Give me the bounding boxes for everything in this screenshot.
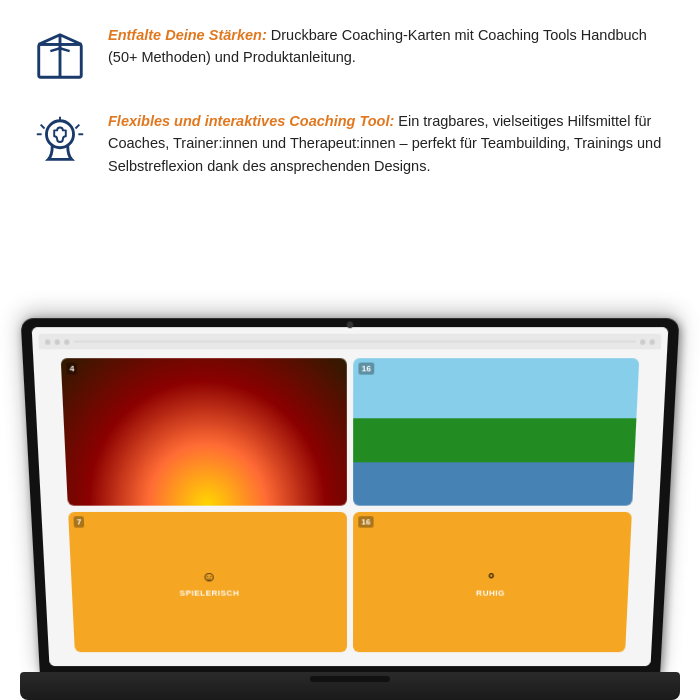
screen-toolbar [38, 334, 661, 350]
puzzle-head-icon [31, 113, 89, 171]
feature-block-2: Flexibles und interaktives Coaching Tool… [28, 110, 672, 177]
toolbar-line [74, 340, 636, 342]
card-spielerisch-emoji: ☺ [202, 568, 217, 584]
feature-text-1: Entfalte Deine Stärken: Druckbare Coachi… [108, 24, 672, 69]
toolbar-dot-4 [640, 339, 646, 345]
svg-point-5 [46, 121, 73, 148]
card-fire: 4 [61, 358, 347, 506]
card-fire-number: 4 [66, 363, 78, 375]
card-nature-number: 16 [358, 363, 374, 375]
feature-block-1: Entfalte Deine Stärken: Druckbare Coachi… [28, 24, 672, 88]
icon-container-1 [28, 24, 92, 88]
svg-line-6 [41, 125, 45, 129]
nature-image [353, 358, 639, 506]
feature-highlight-2: Flexibles und interaktives Coaching Tool… [108, 113, 394, 129]
toolbar-dot-2 [54, 339, 60, 345]
toolbar-dot-3 [64, 339, 70, 345]
toolbar-dot-1 [45, 339, 51, 345]
card-spielerisch: 7 ☺ SPIELERISCH [68, 512, 347, 652]
feature-highlight-1: Entfalte Deine Stärken: [108, 27, 267, 43]
feature-text-2: Flexibles und interaktives Coaching Tool… [108, 110, 672, 177]
screen-content: 4 16 7 ☺ SPIELERISCH [32, 327, 669, 666]
card-spielerisch-number: 7 [73, 516, 84, 527]
content-area: Entfalte Deine Stärken: Druckbare Coachi… [0, 0, 700, 177]
laptop-section: 4 16 7 ☺ SPIELERISCH [0, 310, 700, 700]
screen-cards: 4 16 7 ☺ SPIELERISCH [39, 354, 660, 656]
fire-image [61, 358, 347, 506]
icon-container-2 [28, 110, 92, 174]
card-nature: 16 [353, 358, 639, 506]
card-ruhig: 16 ⚬ RUHIG [353, 512, 632, 652]
laptop-wrapper: 4 16 7 ☺ SPIELERISCH [20, 320, 680, 700]
box-icon [31, 27, 89, 85]
svg-line-8 [75, 125, 79, 129]
laptop-screen: 4 16 7 ☺ SPIELERISCH [21, 318, 680, 676]
toolbar-dot-5 [649, 339, 655, 345]
laptop-base [20, 672, 680, 700]
card-spielerisch-label: SPIELERISCH [179, 589, 239, 598]
card-ruhig-label: RUHIG [476, 589, 505, 598]
camera-dot [347, 321, 353, 328]
card-ruhig-number: 16 [358, 516, 373, 527]
card-ruhig-emoji: ⚬ [485, 568, 498, 584]
screen-bezel: 4 16 7 ☺ SPIELERISCH [32, 327, 669, 666]
